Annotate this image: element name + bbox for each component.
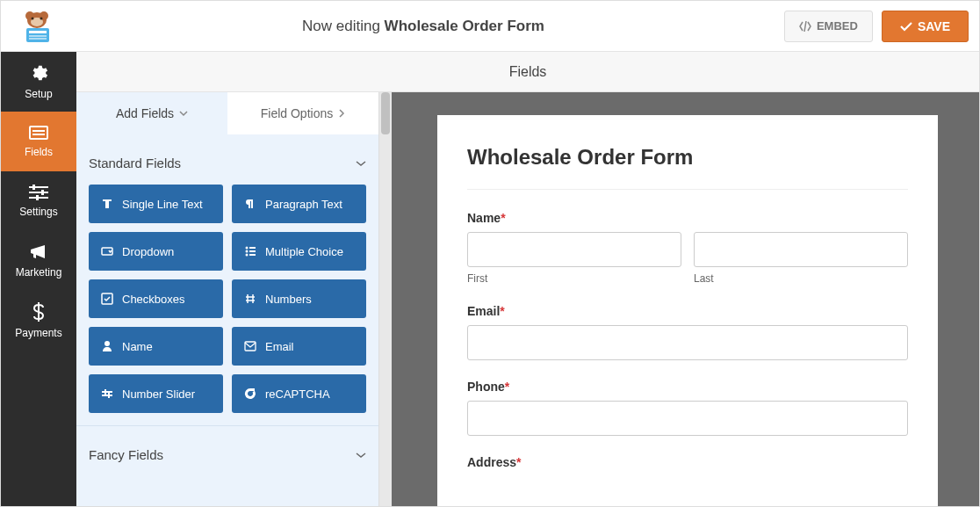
app-logo	[11, 5, 62, 47]
list-icon	[244, 245, 256, 257]
save-button[interactable]: SAVE	[882, 11, 969, 42]
field-phone[interactable]: Phone*	[467, 380, 908, 436]
svg-rect-7	[29, 31, 47, 33]
field-email[interactable]: Email*	[467, 304, 908, 360]
user-icon	[101, 340, 113, 352]
sliders-icon	[29, 185, 48, 200]
sublabel-last: Last	[694, 272, 908, 285]
svg-rect-8	[29, 35, 47, 37]
form-canvas[interactable]: Wholesale Order Form Name* First Last	[437, 115, 938, 507]
chevron-right-icon	[338, 109, 345, 118]
svg-point-22	[246, 250, 249, 253]
page-title: Now editing Wholesale Order Form	[62, 18, 784, 35]
check-icon	[900, 21, 912, 32]
section-fancy-fields[interactable]: Fancy Fields	[89, 438, 366, 471]
form-title[interactable]: Wholesale Order Form	[467, 145, 908, 190]
code-icon	[799, 21, 811, 32]
standard-fields-grid: Single Line Text Paragraph Text Dropdown…	[89, 179, 366, 425]
field-paragraph-text[interactable]: Paragraph Text	[232, 185, 366, 223]
chevron-down-icon	[179, 110, 188, 117]
scrollbar[interactable]	[379, 92, 392, 507]
svg-rect-32	[108, 393, 110, 398]
field-single-line-text[interactable]: Single Line Text	[89, 185, 223, 223]
svg-rect-9	[29, 38, 47, 40]
fields-icon	[28, 125, 49, 141]
svg-rect-21	[249, 247, 256, 249]
svg-rect-14	[29, 192, 48, 193]
phone-input[interactable]	[467, 401, 908, 436]
sublabel-first: First	[467, 272, 681, 285]
dollar-icon	[32, 302, 45, 322]
field-name[interactable]: Name* First Last	[467, 211, 908, 285]
field-name[interactable]: Name	[89, 327, 223, 366]
chevron-down-icon	[356, 452, 366, 459]
field-address[interactable]: Address*	[467, 455, 908, 469]
first-name-input[interactable]	[467, 232, 681, 267]
last-name-input[interactable]	[694, 232, 908, 267]
gear-icon	[29, 63, 48, 83]
svg-rect-18	[36, 195, 39, 200]
embed-button[interactable]: EMBED	[784, 11, 873, 42]
required-asterisk: *	[505, 380, 509, 394]
left-nav: Setup Fields Settings Marketing Payments	[1, 52, 76, 507]
svg-rect-10	[30, 127, 47, 139]
field-email[interactable]: Email	[232, 327, 366, 366]
field-multiple-choice[interactable]: Multiple Choice	[232, 232, 366, 271]
field-label: Email*	[467, 304, 908, 318]
editing-form-name: Wholesale Order Form	[385, 18, 544, 34]
svg-rect-30	[102, 395, 112, 396]
svg-rect-11	[32, 130, 45, 132]
side-panel: Add Fields Field Options Standard Fields	[76, 92, 379, 507]
field-label: Name*	[467, 211, 908, 225]
svg-rect-29	[102, 391, 112, 393]
nav-fields[interactable]: Fields	[1, 112, 76, 171]
field-numbers[interactable]: Numbers	[232, 279, 366, 318]
field-dropdown[interactable]: Dropdown	[89, 232, 223, 271]
svg-rect-17	[41, 190, 44, 195]
topbar: Now editing Wholesale Order Form EMBED S…	[1, 1, 979, 52]
section-standard-fields[interactable]: Standard Fields	[89, 147, 366, 179]
top-actions: EMBED SAVE	[784, 11, 969, 42]
svg-rect-12	[32, 134, 45, 135]
svg-rect-16	[32, 185, 35, 190]
nav-payments[interactable]: Payments	[1, 291, 76, 351]
envelope-icon	[244, 341, 256, 351]
scrollbar-thumb[interactable]	[381, 92, 390, 134]
paragraph-icon	[244, 198, 256, 210]
email-input[interactable]	[467, 325, 908, 360]
checkbox-icon	[101, 293, 113, 305]
field-label: Phone*	[467, 380, 908, 394]
nav-marketing[interactable]: Marketing	[1, 231, 76, 291]
required-asterisk: *	[516, 455, 521, 469]
svg-point-4	[32, 17, 34, 19]
field-label: Address*	[467, 455, 908, 469]
svg-point-5	[40, 17, 43, 19]
svg-point-24	[246, 254, 249, 257]
google-icon	[244, 387, 256, 400]
svg-rect-28	[245, 342, 256, 351]
field-number-slider[interactable]: Number Slider	[89, 374, 223, 413]
chevron-down-icon	[356, 160, 366, 167]
svg-rect-31	[104, 389, 106, 395]
form-preview: Wholesale Order Form Name* First Last	[392, 92, 979, 507]
field-checkboxes[interactable]: Checkboxes	[89, 279, 223, 318]
text-icon	[101, 198, 113, 210]
svg-rect-25	[249, 254, 256, 256]
hash-icon	[244, 293, 256, 305]
field-recaptcha[interactable]: reCAPTCHA	[232, 374, 366, 413]
svg-point-20	[246, 247, 249, 250]
nav-setup[interactable]: Setup	[1, 52, 76, 112]
bullhorn-icon	[29, 243, 48, 261]
editing-prefix: Now editing	[302, 18, 385, 34]
svg-point-27	[104, 341, 110, 346]
tab-add-fields[interactable]: Add Fields	[76, 92, 227, 134]
panel-header: Fields	[76, 52, 979, 92]
slider-icon	[101, 387, 113, 400]
nav-settings[interactable]: Settings	[1, 171, 76, 231]
svg-rect-13	[29, 186, 48, 188]
dropdown-icon	[101, 245, 113, 257]
svg-rect-23	[249, 250, 256, 252]
tab-field-options[interactable]: Field Options	[227, 92, 378, 134]
required-asterisk: *	[500, 304, 504, 318]
required-asterisk: *	[501, 211, 505, 225]
